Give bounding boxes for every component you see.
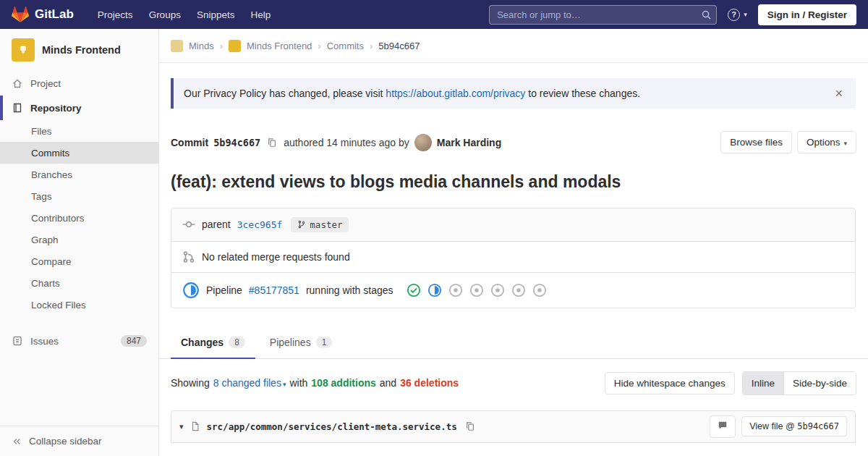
main-content: Minds › Minds Frontend › Commits › 5b94c… xyxy=(159,29,868,443)
banner-text-after: to review these changes. xyxy=(528,88,640,99)
stage-created-icon[interactable] xyxy=(448,283,463,297)
inline-view-button[interactable]: Inline xyxy=(743,372,784,394)
breadcrumb-commits[interactable]: Commits xyxy=(327,41,364,51)
commit-meta-row: Commit 5b94c667 authored 14 minutes ago … xyxy=(171,131,856,153)
stage-created-icon[interactable] xyxy=(469,283,484,297)
stage-running-icon[interactable] xyxy=(427,283,442,297)
options-label: Options xyxy=(807,137,841,148)
branch-name: master xyxy=(310,219,342,230)
sidebar-item-repository[interactable]: Repository xyxy=(0,96,158,120)
tab-changes-count: 8 xyxy=(229,337,245,348)
view-file-sha: 5b94c667 xyxy=(797,421,839,431)
sidebar-item-project[interactable]: Project xyxy=(0,71,158,96)
sidebar-nav: Project Repository Files Commits Branche… xyxy=(0,71,158,353)
side-by-side-view-button[interactable]: Side-by-side xyxy=(784,372,856,394)
stage-created-icon[interactable] xyxy=(511,283,526,297)
sidebar-subitem-contributors[interactable]: Contributors xyxy=(0,207,158,229)
copy-file-path-button[interactable] xyxy=(464,420,477,433)
stage-created-icon[interactable] xyxy=(490,283,505,297)
search-input[interactable] xyxy=(489,5,717,25)
sidebar-subitem-files[interactable]: Files xyxy=(0,120,158,142)
banner-dismiss-button[interactable]: × xyxy=(832,87,846,100)
diff-summary-bar: Showing 8 changed files▾ with 108 additi… xyxy=(159,359,868,408)
collapse-chevrons-icon xyxy=(12,436,22,447)
project-avatar-small xyxy=(229,40,241,52)
repository-subnav: Files Commits Branches Tags Contributors… xyxy=(0,120,158,316)
copy-icon xyxy=(267,138,277,148)
branch-badge[interactable]: master xyxy=(291,217,349,232)
comment-icon xyxy=(718,421,728,431)
breadcrumb: Minds › Minds Frontend › Commits › 5b94c… xyxy=(159,29,868,63)
tab-pipelines[interactable]: Pipelines 1 xyxy=(260,327,343,359)
group-avatar xyxy=(171,40,183,52)
nav-item-groups[interactable]: Groups xyxy=(141,1,189,28)
brand-name: GitLab xyxy=(35,7,74,22)
and-label: and xyxy=(380,377,396,389)
authored-text: authored 14 minutes ago by xyxy=(284,137,409,148)
sidebar: Minds Frontend Project Repository Files … xyxy=(0,29,159,456)
tab-changes-label: Changes xyxy=(181,337,224,348)
navbar-right: ? ▾ Sign in / Register xyxy=(489,4,856,25)
hide-whitespace-button[interactable]: Hide whitespace changes xyxy=(605,372,735,394)
sidebar-subitem-graph[interactable]: Graph xyxy=(0,229,158,250)
privacy-banner-text: Our Privacy Policy has changed, please v… xyxy=(184,88,832,99)
issues-count-badge: 847 xyxy=(121,335,147,347)
browse-files-button[interactable]: Browse files xyxy=(720,131,792,153)
collapse-sidebar-button[interactable]: Collapse sidebar xyxy=(0,426,158,456)
stage-created-icon[interactable] xyxy=(532,283,547,297)
chevron-down-icon: ▾ xyxy=(283,381,286,388)
nav-item-projects[interactable]: Projects xyxy=(90,1,141,28)
breadcrumb-separator: › xyxy=(370,41,373,51)
copy-sha-button[interactable] xyxy=(265,136,278,149)
home-icon xyxy=(12,77,23,89)
stage-passed-icon[interactable] xyxy=(407,283,421,297)
privacy-policy-link[interactable]: https://about.gitlab.com/privacy xyxy=(386,88,525,99)
sidebar-subitem-charts[interactable]: Charts xyxy=(0,272,158,294)
help-dropdown[interactable]: ? ▾ xyxy=(728,9,747,21)
file-diff-header: ▾ src/app/common/services/client-meta.se… xyxy=(171,410,856,443)
sidebar-subitem-tags[interactable]: Tags xyxy=(0,185,158,207)
tab-pipelines-count: 1 xyxy=(316,337,333,348)
merge-requests-row: No related merge requests found xyxy=(171,241,855,272)
commit-label: Commit xyxy=(171,137,208,148)
commit-title: (feat): extend views to blogs media chan… xyxy=(171,172,856,193)
commit-sha: 5b94c667 xyxy=(213,137,260,148)
sidebar-subitem-commits[interactable]: Commits xyxy=(0,142,158,164)
nav-item-help[interactable]: Help xyxy=(242,1,278,28)
pipeline-link[interactable]: #85177851 xyxy=(249,284,299,296)
pipeline-label: Pipeline xyxy=(206,284,242,296)
options-dropdown-button[interactable]: Options▾ xyxy=(797,131,856,153)
nav-item-snippets[interactable]: Snippets xyxy=(189,1,243,28)
breadcrumb-project[interactable]: Minds Frontend xyxy=(247,41,312,51)
sidebar-item-issues[interactable]: Issues 847 xyxy=(0,329,158,353)
privacy-banner: Our Privacy Policy has changed, please v… xyxy=(171,78,856,109)
gitlab-home-link[interactable]: GitLab xyxy=(12,6,74,23)
sidebar-subitem-compare[interactable]: Compare xyxy=(0,250,158,272)
tab-changes[interactable]: Changes 8 xyxy=(171,327,255,359)
issues-icon xyxy=(12,335,23,347)
sidebar-subitem-branches[interactable]: Branches xyxy=(0,164,158,185)
pipeline-status-text: running with stages xyxy=(306,284,393,296)
collapse-diff-caret-icon[interactable]: ▾ xyxy=(179,422,184,431)
sidebar-subitem-locked-files[interactable]: Locked Files xyxy=(0,294,158,316)
breadcrumb-separator: › xyxy=(318,41,320,51)
branch-icon xyxy=(297,220,306,229)
no-merge-requests-text: No related merge requests found xyxy=(202,251,350,263)
banner-text-before: Our Privacy Policy has changed, please v… xyxy=(184,88,383,99)
sign-in-button[interactable]: Sign in / Register xyxy=(758,4,856,25)
view-file-button[interactable]: View file @ 5b94c667 xyxy=(741,416,847,436)
commit-author-link[interactable]: Mark Harding xyxy=(437,137,501,148)
repository-icon xyxy=(12,102,23,114)
file-actions: View file @ 5b94c667 xyxy=(710,415,847,438)
sidebar-project-header[interactable]: Minds Frontend xyxy=(0,29,158,71)
navbar-left: GitLab Projects Groups Snippets Help xyxy=(12,1,278,28)
breadcrumb-group[interactable]: Minds xyxy=(189,41,214,51)
breadcrumb-separator: › xyxy=(220,41,223,51)
file-comment-button[interactable] xyxy=(710,415,736,438)
question-icon: ? xyxy=(728,9,740,21)
changed-files-dropdown[interactable]: 8 changed files▾ xyxy=(213,377,286,389)
diff-view-toggle: Inline Side-by-side xyxy=(742,371,856,395)
merge-request-icon xyxy=(182,250,195,263)
view-file-label: View file @ xyxy=(749,421,794,431)
parent-sha-link[interactable]: 3cec965f xyxy=(237,219,283,230)
